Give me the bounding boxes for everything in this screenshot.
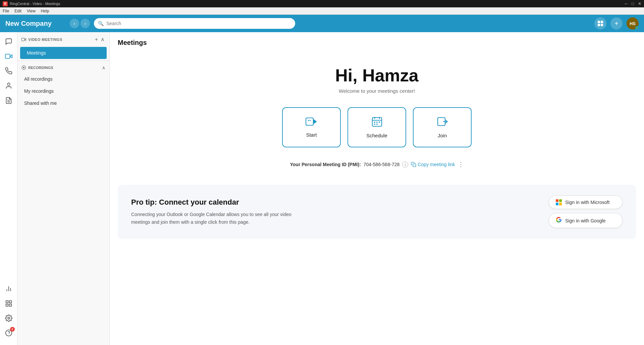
add-section-button[interactable]: + [94,36,99,43]
svg-marker-0 [10,55,12,58]
header-nav: ‹ › [70,19,90,28]
search-input[interactable] [106,21,291,26]
sidebar-item-analytics[interactable] [2,282,15,295]
signin-microsoft-button[interactable]: Sign in with Microsoft [549,196,623,209]
start-meeting-card[interactable]: Start [282,107,341,147]
shared-with-me-item[interactable]: Shared with me [17,97,109,109]
app-logo-icon: R [3,1,8,6]
divider [17,61,109,61]
signin-microsoft-label: Sign in with Microsoft [565,200,609,205]
menubar: File Edit View Help [0,7,644,15]
menu-view[interactable]: View [27,9,36,13]
more-options-button[interactable]: ⋮ [458,161,464,168]
menu-file[interactable]: File [3,9,9,13]
app-title: RingCentral - Video - Meetings [10,2,60,6]
svg-rect-10 [9,304,11,306]
pro-tip-title: Pro tip: Connect your calendar [131,198,299,207]
help-badge: 3 [10,327,15,332]
avatar[interactable]: HS [627,17,639,29]
my-recordings-item[interactable]: My recordings [17,85,109,97]
section-header-actions: + ∧ [94,36,105,43]
pmi-value: 704-586-568-728 [364,162,399,167]
page-title: Meetings [110,32,644,52]
titlebar: R RingCentral - Video - Meetings ─ □ ✕ [0,0,644,7]
schedule-meeting-card[interactable]: Schedule [347,107,406,147]
svg-rect-9 [9,301,11,303]
grid-button[interactable] [594,17,606,29]
svg-point-18 [23,67,24,68]
avatar-status-dot [635,26,639,29]
search-icon: 🔍 [98,21,104,26]
svg-rect-30 [374,124,375,125]
icon-sidebar: 3 [0,32,17,345]
svg-rect-27 [374,122,375,123]
join-meeting-card[interactable]: Join [413,107,472,147]
greeting-name: Hi, Hamza [335,65,419,85]
section-header-left: VIDEO MEETINGS [21,37,62,42]
nav-forward-button[interactable]: › [80,19,90,28]
copy-meeting-link-button[interactable]: Copy meeting link [411,162,455,167]
svg-marker-20 [314,119,317,124]
grid-icon [598,21,603,26]
left-panel: VIDEO MEETINGS + ∧ Meetings RECORDINGS ∧… [17,32,110,345]
svg-marker-15 [24,39,26,41]
action-cards: Start [282,107,472,147]
menu-edit[interactable]: Edit [14,9,21,13]
header-actions: + HS [594,17,639,29]
svg-rect-16 [22,38,25,41]
plus-icon: + [614,20,619,27]
nav-back-button[interactable]: ‹ [70,19,79,28]
svg-rect-1 [5,54,10,59]
start-meeting-icon [306,117,318,129]
minimize-button[interactable]: ─ [625,1,628,6]
meetings-nav-item[interactable]: Meetings [20,47,107,59]
sidebar-item-phone[interactable] [2,64,15,78]
search-bar[interactable]: 🔍 [94,18,295,29]
svg-rect-29 [379,122,380,123]
company-name: New Company [5,20,66,27]
recordings-section-header: RECORDINGS ∧ [17,62,109,73]
pmi-info-button[interactable]: i [402,161,408,167]
copy-icon [411,162,416,167]
svg-rect-31 [376,124,378,125]
microsoft-logo-icon [556,199,562,205]
pro-tip-content: Pro tip: Connect your calendar Connectin… [131,198,299,226]
join-label: Join [438,133,447,138]
video-meetings-section-header: VIDEO MEETINGS + ∧ [17,32,109,47]
recordings-icon [21,65,26,70]
sidebar-item-fax[interactable] [2,94,15,107]
copy-link-label: Copy meeting link [418,162,455,167]
signin-google-button[interactable]: Sign in with Google [549,213,623,228]
svg-rect-11 [6,304,8,306]
sidebar-item-settings[interactable] [2,312,15,325]
add-button[interactable]: + [610,17,623,29]
sidebar-item-apps[interactable] [2,297,15,310]
svg-rect-34 [413,164,416,167]
avatar-initials: HS [630,21,636,26]
pmi-row: Your Personal Meeting ID (PMI): 704-586-… [290,161,464,168]
titlebar-controls[interactable]: ─ □ ✕ [625,1,641,6]
icon-sidebar-bottom: 3 [2,282,15,342]
menu-help[interactable]: Help [41,9,49,13]
svg-rect-21 [308,120,309,121]
svg-point-2 [7,83,10,85]
video-icon [21,37,26,42]
maximize-button[interactable]: □ [632,1,634,6]
signin-google-label: Sign in with Google [565,218,606,223]
titlebar-title: R RingCentral - Video - Meetings [3,1,60,6]
svg-rect-19 [306,118,313,125]
sidebar-item-contacts[interactable] [2,79,15,92]
pro-tip-actions: Sign in with Microsoft Sign in with Goog… [549,196,623,228]
sidebar-item-help[interactable]: 3 [2,326,15,340]
google-logo-icon [556,217,562,224]
collapse-recordings-button[interactable]: ∧ [102,65,105,70]
all-recordings-item[interactable]: All recordings [17,73,109,85]
pmi-label: Your Personal Meeting ID (PMI): [290,162,361,167]
close-button[interactable]: ✕ [638,1,641,6]
pro-tip-section: Pro tip: Connect your calendar Connectin… [118,185,636,239]
sidebar-item-video[interactable] [2,50,15,63]
start-label: Start [306,132,317,138]
join-meeting-icon [437,116,448,129]
collapse-section-button[interactable]: ∧ [100,36,105,43]
sidebar-item-messages[interactable] [2,35,15,48]
